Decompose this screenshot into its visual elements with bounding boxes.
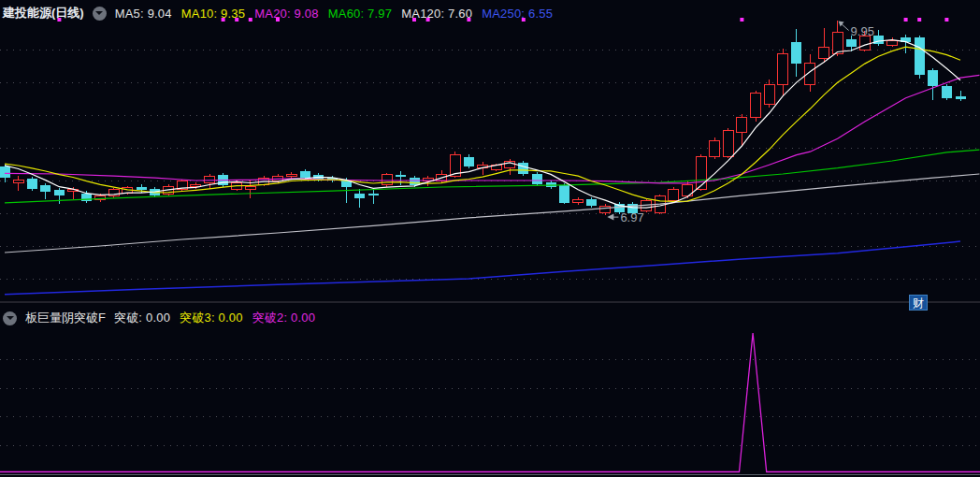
ma-legend-MA120: MA120: 7.60 [401, 7, 472, 21]
ma-legend-MA250: MA250: 6.55 [482, 7, 553, 21]
ma5-line [5, 40, 960, 209]
chevron-down-icon[interactable] [93, 7, 107, 21]
indicator-field-突破2: 突破2: 0.00 [252, 310, 316, 326]
window-bottom-border [0, 474, 980, 475]
high-price-label: 9.95 [851, 24, 874, 38]
panel-divider[interactable] [0, 301, 980, 303]
ma250-line [5, 241, 960, 295]
indicator-chart[interactable] [0, 329, 980, 475]
ma-legend: MA5: 9.04MA10: 9.35MA20: 9.08MA60: 7.97M… [115, 7, 553, 21]
ma-legend-MA10: MA10: 9.35 [181, 7, 246, 21]
stock-title: 建投能源(日线) [3, 5, 84, 22]
main-chart-header: 建投能源(日线) MA5: 9.04MA10: 9.35MA20: 9.08MA… [0, 0, 553, 26]
indicator-values: 突破: 0.00突破3: 0.00突破2: 0.00 [114, 310, 315, 326]
finance-badge[interactable]: 财 [909, 295, 928, 311]
main-price-chart[interactable]: 9.956.97 [0, 15, 980, 301]
price-gridlines [0, 51, 980, 280]
indicator-gridlines [0, 360, 980, 446]
breakout-signal-line [0, 333, 980, 472]
trading-app-window: { "header": { "title": "建投能源(日线)", "mas"… [0, 0, 980, 477]
indicator-title: 板巨量阴突破F [25, 310, 106, 326]
ma10-line [5, 47, 960, 201]
indicator-field-突破: 突破: 0.00 [114, 310, 170, 326]
low-price-label: 6.97 [620, 210, 643, 224]
chevron-down-icon[interactable] [3, 311, 17, 325]
ma-legend-MA60: MA60: 7.97 [328, 7, 393, 21]
indicator-header: 板巨量阴突破F 突破: 0.00突破3: 0.00突破2: 0.00 [0, 309, 315, 327]
indicator-field-突破3: 突破3: 0.00 [180, 310, 243, 326]
ma-legend-MA5: MA5: 9.04 [115, 7, 172, 21]
ma-legend-MA20: MA20: 9.08 [254, 7, 319, 21]
